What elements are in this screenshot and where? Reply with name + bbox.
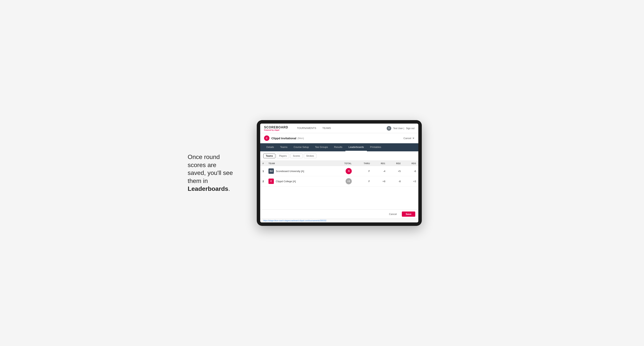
description-period: . <box>228 185 230 192</box>
row1-thru: F <box>354 166 372 176</box>
row2-thru: F <box>354 176 372 186</box>
row2-team-cell: C Clippd College [A] <box>266 176 334 186</box>
row2-rank: 2 <box>260 176 266 186</box>
row1-rd3: -6 <box>403 166 418 176</box>
table-header-row: # TEAM TOTAL THRU RD1 RD2 RD3 <box>260 161 418 166</box>
save-button[interactable]: Save <box>402 211 415 217</box>
sidebar-description: Once round scores are saved, you'll see … <box>188 153 245 193</box>
description-line3: saved, you'll see <box>188 169 233 176</box>
filter-scores[interactable]: Scores <box>290 154 302 158</box>
row1-rd2: +5 <box>388 166 403 176</box>
row1-team-logo: SU <box>268 169 274 174</box>
nav-right: S Test User | Sign out <box>387 126 414 131</box>
top-nav: SCOREBOARD Powered by clippd TOURNAMENTS… <box>260 124 418 133</box>
tab-leaderboards[interactable]: Leaderboards <box>346 143 367 151</box>
row2-score-badge: +3 <box>346 178 352 184</box>
tournament-cancel-button[interactable]: Cancel ✕ <box>404 137 414 140</box>
tab-tee-groups[interactable]: Tee Groups <box>312 143 331 151</box>
table-row: 2 C Clippd College [A] <box>260 176 418 186</box>
logo-area: SCOREBOARD Powered by clippd <box>264 126 288 131</box>
row1-rank: 1 <box>260 166 266 176</box>
col-thru: THRU <box>354 161 372 166</box>
row1-team-info: SU Scoreboard University [A] <box>268 169 332 174</box>
tablet-screen: SCOREBOARD Powered by clippd TOURNAMENTS… <box>260 124 418 222</box>
table-row: 1 SU Scoreboard University [A] <box>260 166 418 176</box>
col-rd2: RD2 <box>388 161 403 166</box>
filter-players[interactable]: Players <box>276 154 289 158</box>
tournament-title: Clippd Invitational <box>271 137 296 140</box>
description-line1: Once round <box>188 154 220 160</box>
row2-rd2: -8 <box>388 176 403 186</box>
tournament-header: C Clippd Invitational (Men) Cancel ✕ <box>260 133 418 143</box>
powered-by-text: Powered by clippd <box>264 129 288 131</box>
leaderboard-table-wrapper: # TEAM TOTAL THRU RD1 RD2 RD3 <box>260 161 418 186</box>
filter-bar: Teams Players Scores Strokes <box>260 151 418 161</box>
tablet-frame: SCOREBOARD Powered by clippd TOURNAMENTS… <box>257 120 422 226</box>
main-content: # TEAM TOTAL THRU RD1 RD2 RD3 <box>260 161 418 186</box>
description-line4: them in <box>188 177 208 184</box>
tab-course-setup[interactable]: Course Setup <box>290 143 312 151</box>
description-line2: scores are <box>188 162 216 169</box>
col-rd3: RD3 <box>403 161 418 166</box>
row1-rd1: -4 <box>372 166 388 176</box>
col-rank: # <box>260 161 266 166</box>
filter-teams[interactable]: Teams <box>263 154 275 158</box>
row2-team-logo: C <box>268 178 274 184</box>
row1-score-badge: -5 <box>346 168 352 174</box>
filter-strokes[interactable]: Strokes <box>304 154 317 158</box>
user-name: Test User | <box>393 127 404 130</box>
row2-rd1: +8 <box>372 176 388 186</box>
cancel-button[interactable]: Cancel <box>386 211 400 217</box>
row2-team-name: Clippd College [A] <box>276 180 296 183</box>
col-total: TOTAL <box>334 161 354 166</box>
tab-details[interactable]: Details <box>263 143 277 151</box>
leaderboard-table: # TEAM TOTAL THRU RD1 RD2 RD3 <box>260 161 418 186</box>
row1-total: -5 <box>334 166 354 176</box>
description-line5-bold: Leaderboards <box>188 185 228 192</box>
col-team: TEAM <box>266 161 334 166</box>
row2-total: +3 <box>334 176 354 186</box>
url-text: https://stage-blue-coach.stagescoarboard… <box>263 219 326 222</box>
sub-nav-tabs: Details Teams Course Setup Tee Groups Re… <box>260 143 418 151</box>
app-logo: SCOREBOARD <box>264 126 288 129</box>
row1-team-name: Scoreboard University [A] <box>276 170 304 173</box>
sign-out-link[interactable]: Sign out <box>406 127 414 130</box>
nav-teams[interactable]: TEAMS <box>319 124 334 133</box>
tournament-icon: C <box>264 136 270 141</box>
clippd-brand: clippd <box>274 129 280 131</box>
card-footer: Cancel Save <box>260 209 418 219</box>
tournament-subtitle: (Men) <box>298 137 304 140</box>
url-bar: https://stage-blue-coach.stagescoarboard… <box>260 219 418 222</box>
row2-team-info: C Clippd College [A] <box>268 178 332 184</box>
close-icon: ✕ <box>412 137 414 140</box>
main-nav-links: TOURNAMENTS TEAMS <box>294 124 334 133</box>
row1-team-cell: SU Scoreboard University [A] <box>266 166 334 176</box>
tab-printables[interactable]: Printables <box>367 143 384 151</box>
tab-teams[interactable]: Teams <box>277 143 290 151</box>
user-avatar: S <box>387 126 391 131</box>
tab-results[interactable]: Results <box>331 143 346 151</box>
row2-rd3: +3 <box>403 176 418 186</box>
col-rd1: RD1 <box>372 161 388 166</box>
nav-tournaments[interactable]: TOURNAMENTS <box>294 124 319 133</box>
